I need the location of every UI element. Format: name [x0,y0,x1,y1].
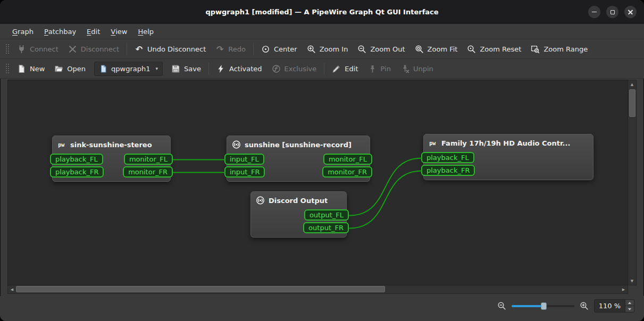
pipewire-icon: pw [429,139,438,148]
center-icon [261,45,270,54]
port[interactable]: input_FL [224,154,264,165]
port[interactable]: playback_FR [421,165,475,176]
zoom-out-button[interactable]: Zoom Out [353,41,409,56]
node-family-hd-audio[interactable]: pw Family 17h/19h HD Audio Contr... play… [423,134,593,180]
new-button[interactable]: New [12,61,49,76]
zoom-fit-label: Zoom Fit [428,45,458,53]
vertical-scrollbar[interactable]: ▲ ▼ [628,80,637,285]
node-sunshine-record[interactable]: sunshine [sunshine-record] input_FL inpu… [227,136,370,182]
menu-graph[interactable]: Graph [7,24,39,39]
connect-icon [17,45,26,54]
toolbar-separator [324,63,324,75]
open-button[interactable]: Open [49,61,90,76]
connect-button[interactable]: Connect [12,41,63,56]
toolbar-separator [253,43,254,55]
pencil-icon [332,64,341,73]
zoom-out-icon [497,301,506,310]
minimize-button[interactable] [588,6,600,18]
menu-help[interactable]: Help [132,24,159,39]
port[interactable]: playback_FR [50,166,104,178]
zoom-spinbox[interactable]: 110 % [594,299,634,312]
pin-button[interactable]: Pin [363,61,396,76]
port[interactable]: monitor_FL [124,154,173,165]
vertical-scrollbar-thumb[interactable] [629,89,635,117]
maximize-button[interactable] [606,6,618,18]
titlebar[interactable]: qpwgraph1 [modified] — A PipeWire Graph … [0,0,644,24]
node-title: sunshine [sunshine-record] [245,141,352,149]
port[interactable]: output_FL [304,209,349,221]
connect-label: Connect [30,45,58,53]
undo-label: Undo Disconnect [147,45,206,53]
horizontal-scrollbar-thumb[interactable] [16,286,385,292]
node-header: pw sink-sunshine-stereo [53,136,170,153]
node-header: Discord Output [251,192,346,209]
zoom-slider-handle[interactable] [541,302,547,310]
zoom-slider[interactable] [512,302,574,310]
zoom-in-button[interactable]: Zoom In [302,41,353,56]
disconnect-button[interactable]: Disconnect [63,41,124,56]
scroll-down-arrow-icon[interactable]: ▼ [628,277,636,285]
edit-toggle[interactable]: Edit [327,61,363,76]
graph-canvas[interactable]: pw sink-sunshine-stereo playback_FL play… [7,80,628,285]
zoom-spin-down-button[interactable] [625,306,634,312]
zoom-range-button[interactable]: Zoom Range [526,41,592,56]
save-button[interactable]: Save [166,61,206,76]
zoom-out-icon [357,45,366,54]
undo-icon: ↶ [135,45,144,54]
zoom-in-label: Zoom In [320,45,348,53]
patchbay-combobox[interactable]: qpwgraph1 ▾ [94,62,163,76]
node-title: Discord Output [269,197,328,205]
toolbar-grip[interactable] [5,63,10,74]
zoom-reset-button[interactable]: Zoom Reset [462,41,526,56]
monitor-icon [232,140,241,149]
node-header: pw Family 17h/19h HD Audio Contr... [424,134,593,151]
svg-text:pw: pw [58,142,65,148]
toolbar-separator [208,63,209,75]
file-toolbar: New Open qpwgraph1 ▾ Save Activated Excl… [0,59,644,79]
redo-icon: ↷ [215,45,224,54]
window-title: qpwgraph1 [modified] — A PipeWire Graph … [205,8,438,16]
zoom-fit-button[interactable]: Zoom Fit [410,41,463,56]
scroll-left-arrow-icon[interactable]: ◀ [8,285,16,293]
zoom-in-icon [580,301,589,310]
scroll-up-arrow-icon[interactable]: ▲ [628,80,636,88]
port[interactable]: monitor_FR [123,166,173,178]
pin-icon [368,64,377,73]
node-discord-output[interactable]: Discord Output output_FL output_FR [250,191,347,238]
port[interactable]: output_FR [303,222,349,233]
unpin-button[interactable]: Unpin [396,61,438,76]
node-title: sink-sunshine-stereo [70,141,152,149]
lightning-bolt-icon [216,64,225,73]
open-folder-icon [54,64,63,73]
menu-edit[interactable]: Edit [81,24,105,39]
zoom-spin-up-button[interactable] [625,300,634,306]
port[interactable]: monitor_FL [323,154,372,165]
zoom-reset-icon [467,45,476,54]
node-sink-sunshine-stereo[interactable]: pw sink-sunshine-stereo playback_FL play… [52,136,171,182]
horizontal-scrollbar[interactable]: ◀ ▶ [7,285,628,294]
menu-view[interactable]: View [105,24,132,39]
exclusive-toggle[interactable]: Exclusive [267,61,322,76]
patchbay-file-icon [99,64,108,73]
menu-patchbay[interactable]: Patchbay [39,24,81,39]
center-button[interactable]: Center [256,41,302,56]
port[interactable]: playback_FL [421,152,474,163]
maximize-icon [610,10,615,14]
redo-button[interactable]: ↷ Redo [211,41,250,56]
unpin-icon [400,64,409,73]
exclusive-icon [272,64,281,73]
port[interactable]: monitor_FR [322,166,372,178]
save-icon [171,64,180,73]
redo-label: Redo [228,45,246,53]
central-area: pw sink-sunshine-stereo playback_FL play… [0,79,644,296]
port[interactable]: playback_FL [50,154,103,165]
scroll-right-arrow-icon[interactable]: ▶ [620,285,628,293]
disconnect-icon [68,45,77,54]
close-button[interactable] [624,6,637,18]
zoom-slider-fill [512,305,543,307]
undo-disconnect-button[interactable]: ↶ Undo Disconnect [130,41,211,56]
toolbar-grip[interactable] [5,43,10,55]
port[interactable]: input_FR [224,166,265,178]
center-label: Center [274,45,297,53]
activated-toggle[interactable]: Activated [212,61,267,76]
